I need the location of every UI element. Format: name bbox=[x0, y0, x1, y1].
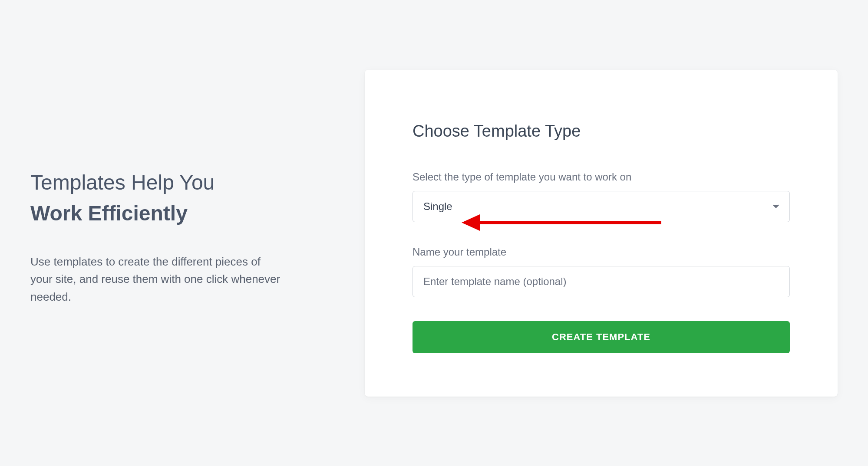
template-name-wrapper bbox=[413, 266, 790, 297]
template-type-select[interactable]: Single bbox=[413, 191, 790, 222]
heading-line-2: Work Efficiently bbox=[30, 200, 308, 227]
create-template-button[interactable]: CREATE TEMPLATE bbox=[413, 321, 790, 353]
template-type-label: Select the type of template you want to … bbox=[413, 171, 790, 183]
intro-panel: Templates Help You Work Efficiently Use … bbox=[30, 161, 308, 305]
card-title: Choose Template Type bbox=[413, 122, 790, 141]
template-name-label: Name your template bbox=[413, 246, 790, 258]
template-name-input[interactable] bbox=[413, 266, 790, 297]
template-form-card: Choose Template Type Select the type of … bbox=[365, 70, 838, 397]
intro-description: Use templates to create the different pi… bbox=[30, 253, 282, 305]
heading-line-1: Templates Help You bbox=[30, 169, 308, 196]
template-type-select-wrapper: Single bbox=[413, 191, 790, 222]
